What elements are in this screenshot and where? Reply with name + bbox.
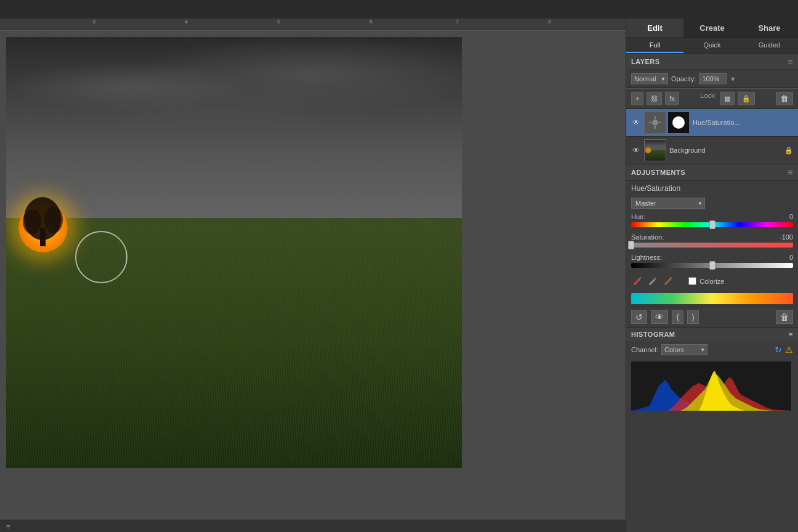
histogram-header: HISTOGRAM ≡: [626, 328, 798, 341]
tab-share[interactable]: Share: [741, 18, 798, 38]
ruler-tick-5: 5: [277, 18, 280, 25]
lightness-thumb[interactable]: [709, 261, 715, 270]
adj-prev-btn[interactable]: ⟨: [672, 310, 683, 324]
saturation-thumb[interactable]: [628, 241, 634, 249]
ruler-tick-3: 3: [92, 18, 95, 25]
hue-track[interactable]: [631, 222, 793, 227]
channel-dropdown-row: Master Reds Yellows Greens Cyans Blues M…: [626, 196, 798, 211]
canvas-wrapper: [0, 31, 626, 520]
saturation-label: Saturation:: [631, 233, 664, 241]
hue-slider-group: Hue: 0: [626, 211, 798, 231]
colorize-checkbox[interactable]: [688, 277, 696, 285]
layer-name-bg: Background: [669, 147, 781, 154]
sub-tabs: Full Quick Guided: [626, 38, 798, 54]
layers-section: LAYERS ≡ Normal Multiply Screen Opacity:…: [626, 54, 798, 164]
layer-thumb-photo: [644, 139, 666, 161]
hue-label: Hue:: [631, 213, 645, 220]
layer-thumb-container-bg: [644, 139, 666, 161]
layer-visibility-bg[interactable]: 👁: [631, 145, 641, 155]
ruler-horizontal: 3 4 5 6 7 8: [0, 18, 626, 31]
layers-title: LAYERS: [631, 58, 660, 65]
color-gradient-bar: [631, 293, 793, 304]
layer-lock-icon: 🔒: [784, 147, 793, 155]
layer-item-background[interactable]: 👁: [626, 137, 798, 164]
histogram-title: HISTOGRAM: [631, 331, 675, 338]
layer-add-btn[interactable]: +: [631, 92, 643, 105]
lightness-slider-group: Lightness: 0: [626, 251, 798, 272]
svg-point-3: [44, 206, 63, 233]
eyedropper-add-btn[interactable]: [631, 273, 643, 289]
canvas-area: 3 4 5 6 7 8: [0, 18, 626, 532]
canvas-image: [6, 37, 462, 468]
tab-create[interactable]: Create: [683, 18, 741, 38]
layer-thumb-container-hue: [644, 111, 690, 134]
hist-channel-select[interactable]: Colors Red Green Blue Luminosity: [661, 344, 707, 355]
adj-eye-btn[interactable]: 👁: [651, 310, 668, 324]
channel-label: Channel:: [631, 346, 658, 353]
adj-delete-btn[interactable]: 🗑: [776, 310, 793, 324]
adj-actions: ↺ 👁 ⟨ ⟩ 🗑: [626, 307, 798, 327]
svg-point-2: [23, 209, 41, 234]
saturation-slider-group: Saturation: -100: [626, 231, 798, 251]
grass-layer: [6, 218, 462, 468]
lightness-label: Lightness:: [631, 254, 662, 261]
ruler-tick-7: 7: [456, 18, 459, 25]
sub-tab-quick[interactable]: Quick: [683, 38, 741, 53]
layer-actions: + ⛓ fx Lock: ▦ 🔒 🗑: [626, 88, 798, 109]
layer-visibility-hue[interactable]: 👁: [631, 118, 641, 127]
layer-item-hue[interactable]: 👁: [626, 109, 798, 137]
adjustments-section: ADJUSTMENTS ≡ Hue/Saturation Master Reds…: [626, 164, 798, 327]
layer-delete-btn[interactable]: 🗑: [776, 92, 793, 105]
layer-thumb-mask: [667, 111, 690, 134]
lightness-label-row: Lightness: 0: [631, 254, 793, 261]
opacity-arrow: ▼: [730, 76, 736, 83]
channel-select[interactable]: Master Reds Yellows Greens Cyans Blues M…: [631, 198, 705, 209]
lightness-track[interactable]: [631, 263, 793, 268]
clouds-layer: [6, 37, 462, 231]
layer-style-btn[interactable]: fx: [665, 92, 679, 105]
svg-point-12: [645, 147, 651, 153]
layers-menu-icon[interactable]: ≡: [788, 57, 793, 66]
layer-link-btn[interactable]: ⛓: [647, 92, 662, 105]
histogram-warning-icon: ⚠: [785, 345, 793, 355]
saturation-track[interactable]: [631, 243, 793, 248]
histogram-menu-icon[interactable]: ≡: [789, 331, 793, 338]
bottom-bar: ≡: [0, 520, 626, 532]
svg-point-5: [652, 119, 658, 126]
sub-tab-full[interactable]: Full: [626, 38, 683, 53]
circle-cursor: [75, 231, 127, 283]
adj-next-btn[interactable]: ⟩: [687, 310, 699, 324]
lock-pixels-btn[interactable]: ▦: [720, 92, 735, 105]
tab-edit[interactable]: Edit: [626, 18, 683, 38]
sub-tab-guided[interactable]: Guided: [741, 38, 798, 53]
layer-controls: Normal Multiply Screen Opacity: ▼: [626, 70, 798, 88]
adjustments-section-header: ADJUSTMENTS ≡: [626, 164, 798, 181]
hue-label-row: Hue: 0: [631, 213, 793, 220]
blend-mode-wrapper[interactable]: Normal Multiply Screen: [631, 73, 668, 84]
hist-channel-select-wrapper[interactable]: Colors Red Green Blue Luminosity: [661, 344, 707, 355]
top-bar: [0, 0, 798, 18]
histogram-refresh-btn[interactable]: ↻: [775, 345, 782, 355]
colorize-label: Colorize: [699, 278, 724, 285]
main-layout: 3 4 5 6 7 8: [0, 18, 798, 532]
hue-thumb[interactable]: [709, 220, 715, 229]
blend-mode-select[interactable]: Normal Multiply Screen: [631, 73, 668, 84]
adjustments-menu-icon[interactable]: ≡: [788, 167, 793, 177]
ruler-ticks: 3 4 5 6 7 8: [12, 18, 626, 31]
layer-list: 👁: [626, 109, 798, 164]
ruler-tick-8: 8: [548, 18, 551, 25]
histogram-controls: Channel: Colors Red Green Blue Luminosit…: [626, 341, 798, 358]
histogram-section: HISTOGRAM ≡ Channel: Colors Red Green Bl…: [626, 327, 798, 414]
opacity-input[interactable]: [699, 73, 727, 84]
bottom-bar-text: ≡: [6, 523, 10, 530]
lightness-value: 0: [789, 254, 793, 261]
adj-reset-btn[interactable]: ↺: [631, 310, 647, 324]
ruler-tick-4: 4: [185, 18, 188, 25]
lock-all-btn[interactable]: 🔒: [738, 92, 755, 105]
eyedropper-remove-btn[interactable]: [662, 273, 674, 289]
saturation-value: -100: [780, 233, 793, 241]
channel-select-wrapper[interactable]: Master Reds Yellows Greens Cyans Blues M…: [631, 198, 705, 209]
histogram-display: [631, 361, 791, 411]
right-panel: Edit Create Share Full Quick Guided LAYE…: [626, 18, 798, 532]
eyedropper-sample-btn[interactable]: [647, 273, 659, 289]
